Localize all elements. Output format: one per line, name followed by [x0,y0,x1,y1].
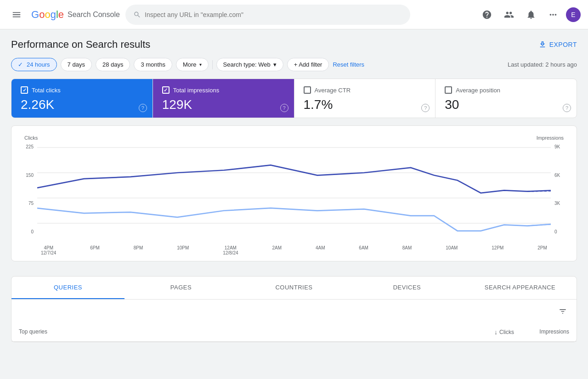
clicks-checkbox[interactable] [21,86,28,94]
tab-queries[interactable]: QUERIES [11,277,124,299]
search-type-filter[interactable]: Search type: Web ▾ [216,58,283,71]
more-dropdown-arrow: ▾ [199,62,202,67]
metric-total-clicks[interactable]: Total clicks 2.26K ? [11,79,153,118]
header: Google Search Console E [0,0,588,29]
metrics-section: Total clicks 2.26K ? Total impressions 1… [0,79,588,118]
apps-button[interactable] [544,6,562,24]
x-label-6am: 6AM [359,245,368,255]
x-label-4am: 4AM [316,245,325,255]
tabs-section: QUERIES PAGES COUNTRIES DEVICES SEARCH A… [0,269,588,342]
reset-filters-button[interactable]: Reset filters [333,61,364,68]
notifications-button[interactable] [522,6,540,24]
x-label-6pm: 6PM [90,245,100,255]
search-icon [133,11,141,19]
y-left-150: 150 [21,173,34,178]
y-right-3k: 3K [554,201,567,206]
filter-28days[interactable]: 28 days [96,58,130,71]
tab-search-appearance[interactable]: SEARCH APPEARANCE [464,277,577,299]
table-filter-button[interactable] [556,305,569,319]
search-input[interactable] [145,11,402,18]
table-header: Top queries ↓ Clicks Impressions [11,325,577,342]
col-header-impressions: Impressions [514,328,569,336]
y-left-75: 75 [21,201,34,206]
x-label-4pm: 4PM12/7/24 [41,245,56,255]
help-button[interactable] [478,6,496,24]
tabs-container: QUERIES PAGES COUNTRIES DEVICES SEARCH A… [11,276,577,342]
export-icon [538,40,547,49]
y-right-9k: 9K [554,144,567,149]
search-bar[interactable] [125,5,410,25]
menu-button[interactable] [7,6,26,24]
impressions-help: ? [280,104,288,112]
ctr-help-icon[interactable]: ? [421,104,430,112]
sort-icon: ↓ [494,328,498,336]
position-help-icon[interactable]: ? [563,104,571,112]
clicks-help: ? [139,104,147,112]
filter-24hours[interactable]: ✓ 24 hours [11,58,57,71]
filters-bar: ✓ 24 hours 7 days 28 days 3 months More … [0,58,588,79]
logo-area: Google Search Console [31,9,120,21]
tab-devices[interactable]: DEVICES [351,277,464,299]
position-value: 30 [445,97,567,112]
add-filter-button[interactable]: + Add filter [287,58,329,71]
chart-y-label-left: Clicks [24,135,38,141]
chart-container: Clicks Impressions 225 150 75 0 [11,125,577,261]
impressions-value: 129K [162,97,285,112]
col-header-queries: Top queries [19,328,459,336]
metric-avg-position[interactable]: Average position 30 ? [435,79,577,118]
clicks-help-icon[interactable]: ? [139,104,147,112]
x-label-8pm: 8PM [134,245,143,255]
title-bar: Performance on Search results EXPORT [0,29,588,58]
y-right-0: 0 [554,229,567,234]
page-title: Performance on Search results [11,39,150,51]
export-button[interactable]: EXPORT [538,40,577,49]
x-label-2pm: 2PM [537,245,547,255]
position-checkbox[interactable] [445,86,452,94]
impressions-help-icon[interactable]: ? [280,104,288,112]
tab-countries[interactable]: COUNTRIES [237,277,351,299]
ctr-value: 1.7% [304,97,426,112]
tabs-header: QUERIES PAGES COUNTRIES DEVICES SEARCH A… [11,277,577,300]
x-label-8am: 8AM [402,245,412,255]
filter-7days[interactable]: 7 days [61,58,92,71]
people-button[interactable] [500,6,518,24]
tab-pages[interactable]: PAGES [124,277,237,299]
tabs-toolbar [11,300,577,325]
avatar[interactable]: E [566,7,581,22]
search-type-arrow: ▾ [273,61,277,68]
table-filter-icon [558,307,567,316]
y-left-0: 0 [21,229,34,234]
clicks-value: 2.26K [21,97,143,112]
x-label-12am: 12AM12/8/24 [223,245,238,255]
chart-svg [37,142,551,243]
google-logo: Google [31,9,64,21]
metric-avg-ctr[interactable]: Average CTR 1.7% ? [294,79,436,118]
header-icons: E [478,6,581,24]
col-header-clicks: ↓ Clicks [459,328,514,336]
metric-total-impressions[interactable]: Total impressions 129K ? [153,79,294,118]
chart-y-label-right: Impressions [537,135,564,141]
last-updated-text: Last updated: 2 hours ago [508,61,577,68]
filter-3months[interactable]: 3 months [134,58,172,71]
x-label-12pm: 12PM [492,245,503,255]
y-right-6k: 6K [554,173,567,178]
x-label-10am: 10AM [446,245,458,255]
x-label-10pm: 10PM [177,245,189,255]
y-left-225: 225 [21,144,34,149]
impressions-checkbox[interactable] [162,86,170,94]
metrics-cards: Total clicks 2.26K ? Total impressions 1… [11,79,577,118]
product-name: Search Console [68,11,120,19]
check-icon: ✓ [18,61,23,68]
chart-section: Clicks Impressions 225 150 75 0 [0,118,588,261]
x-label-2am: 2AM [272,245,282,255]
filter-more[interactable]: More ▾ [176,58,209,71]
filter-divider [212,60,213,69]
ctr-checkbox[interactable] [304,86,311,94]
